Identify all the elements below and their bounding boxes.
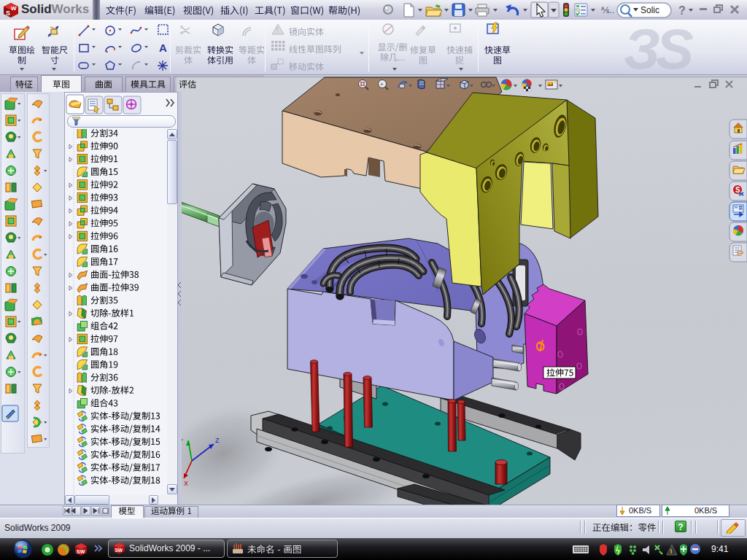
svg-text:SW: SW <box>115 548 123 553</box>
svg-text:+: + <box>421 23 425 32</box>
svg-text:Solic: Solic <box>640 5 659 15</box>
svg-text:S: S <box>6 9 10 17</box>
svg-text:+: + <box>380 81 384 88</box>
svg-text:A: A <box>159 42 167 54</box>
svg-text:SW: SW <box>77 549 85 554</box>
svg-text:!: ! <box>276 26 279 34</box>
svg-text:!: ! <box>670 548 673 555</box>
svg-text:Z: Z <box>215 437 220 444</box>
svg-text:X: X <box>184 480 188 487</box>
svg-text:⅍..: ⅍.. <box>601 5 614 15</box>
svg-text:?: ? <box>678 4 686 17</box>
svg-text:W: W <box>11 5 17 12</box>
